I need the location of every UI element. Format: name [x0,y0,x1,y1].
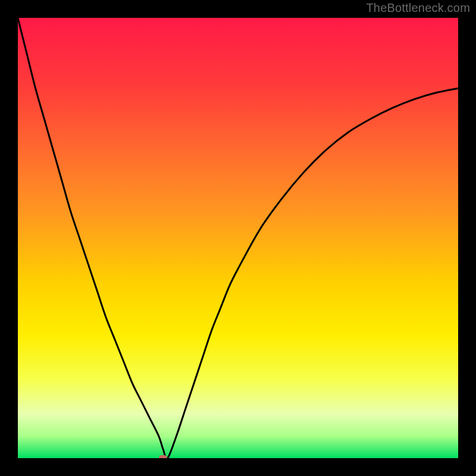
optimal-point-marker [159,455,167,458]
watermark-text: TheBottleneck.com [366,1,470,15]
bottleneck-curve [18,18,458,458]
plot-area [18,18,458,458]
chart-frame: TheBottleneck.com [0,0,476,476]
